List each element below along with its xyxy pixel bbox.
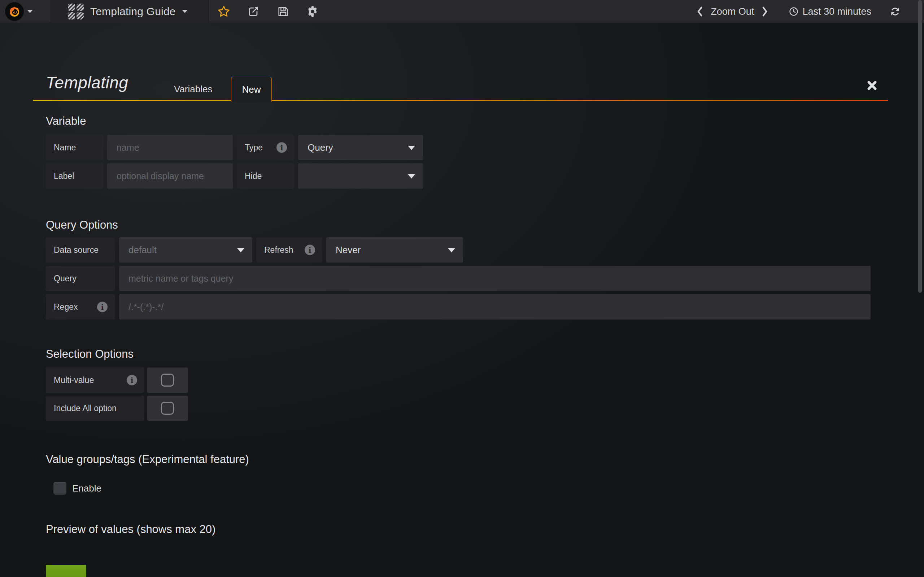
star-button[interactable] <box>209 0 239 23</box>
label-label: Label <box>46 163 103 189</box>
enable-checkbox[interactable] <box>53 482 66 495</box>
refresh-button[interactable] <box>889 6 901 17</box>
close-icon <box>867 80 877 91</box>
save-button[interactable] <box>268 0 298 23</box>
settings-button[interactable] <box>298 0 327 23</box>
include-all-label: Include All option <box>46 396 144 421</box>
multi-value-info-icon[interactable]: i <box>127 375 137 385</box>
type-select[interactable]: Query <box>298 135 423 160</box>
dashboard-actions <box>209 0 327 23</box>
query-options-heading: Query Options <box>46 218 118 232</box>
caret-down-icon <box>237 248 244 253</box>
dashboard-title-button[interactable]: Templating Guide <box>51 0 208 23</box>
label-input[interactable] <box>107 163 233 189</box>
hide-select[interactable] <box>298 163 423 189</box>
clock-icon <box>789 6 799 16</box>
refresh-label: Refresh i <box>256 237 322 263</box>
datasource-select[interactable]: default <box>119 237 252 263</box>
preview-heading: Preview of values (shows max 20) <box>46 522 215 537</box>
variable-section-heading: Variable <box>46 114 86 128</box>
gear-icon <box>306 5 319 18</box>
caret-down-icon <box>408 174 415 179</box>
top-navbar: Templating Guide <box>0 0 924 23</box>
dashboard-grid-icon <box>68 3 84 19</box>
share-button[interactable] <box>239 0 268 23</box>
name-input[interactable] <box>107 135 233 160</box>
time-controls: Zoom Out Last 30 minutes <box>692 0 901 23</box>
regex-info-icon[interactable]: i <box>97 302 108 312</box>
scrollbar-thumb[interactable] <box>918 0 922 293</box>
grafana-menu-button[interactable] <box>0 0 51 23</box>
caret-down-icon <box>182 10 187 13</box>
name-label: Name <box>46 135 103 160</box>
datasource-label: Data source <box>46 237 115 263</box>
include-all-checkbox[interactable] <box>161 402 174 415</box>
page-title: Templating <box>46 73 128 92</box>
regex-input[interactable] <box>119 294 871 319</box>
time-range-label: Last 30 minutes <box>802 6 871 17</box>
hide-label: Hide <box>237 163 294 189</box>
refresh-info-icon[interactable]: i <box>305 245 315 255</box>
time-back-button[interactable] <box>692 3 708 20</box>
multi-value-checkbox[interactable] <box>161 374 174 387</box>
tab-new[interactable]: New <box>231 77 272 102</box>
value-groups-heading: Value groups/tags (Experimental feature) <box>46 452 249 467</box>
add-button[interactable]: Add <box>46 565 86 577</box>
multi-value-checkbox-container <box>147 367 188 393</box>
enable-label: Enable <box>72 482 102 495</box>
query-input[interactable] <box>119 266 871 291</box>
zoom-out-button[interactable]: Zoom Out <box>711 6 754 17</box>
save-icon <box>277 5 289 18</box>
include-all-checkbox-container <box>147 396 188 421</box>
share-icon <box>247 5 260 18</box>
refresh-select[interactable]: Never <box>326 237 463 263</box>
tab-variables[interactable]: Variables <box>165 77 221 101</box>
refresh-icon <box>889 6 901 17</box>
multi-value-label: Multi-value i <box>46 367 144 393</box>
caret-down-icon <box>27 10 32 13</box>
grafana-app: Templating Guide <box>0 0 924 577</box>
time-range-button[interactable]: Last 30 minutes <box>789 6 871 17</box>
selection-options-heading: Selection Options <box>46 347 134 361</box>
star-icon <box>217 5 230 18</box>
grafana-logo <box>5 2 24 21</box>
time-forward-button[interactable] <box>757 3 773 20</box>
type-label: Type i <box>237 135 294 160</box>
close-button[interactable] <box>865 78 879 93</box>
type-info-icon[interactable]: i <box>276 142 287 153</box>
regex-label: Regex i <box>46 294 115 319</box>
caret-down-icon <box>408 146 415 150</box>
query-label: Query <box>46 266 115 291</box>
chevron-right-icon <box>761 6 769 16</box>
templating-settings-view: Templating Variables New Variable Name T… <box>0 23 924 577</box>
tabs-underline <box>33 100 888 101</box>
chevron-left-icon <box>696 6 703 16</box>
dashboard-title: Templating Guide <box>90 5 176 18</box>
caret-down-icon <box>448 248 455 253</box>
